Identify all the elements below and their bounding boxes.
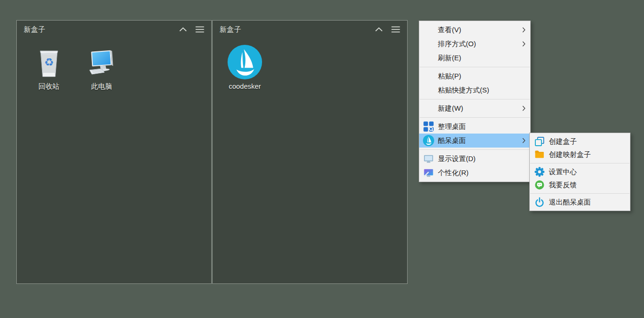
menu-item-view[interactable]: 查看(V) — [419, 23, 530, 37]
submenu-arrow-icon — [521, 106, 526, 111]
submenu-item-exit-coodesker[interactable]: 退出酷呆桌面 — [530, 196, 630, 209]
box-2-titlebar[interactable]: 新盒子 — [213, 21, 407, 38]
menu-item-refresh[interactable]: 刷新(E) — [419, 51, 530, 65]
box-1-titlebar[interactable]: 新盒子 — [17, 21, 211, 38]
box-title: 新盒子 — [220, 25, 367, 34]
menu-separator — [420, 149, 530, 150]
icon-label: coodesker — [229, 82, 261, 90]
submenu-item-feedback[interactable]: 我要反馈 — [530, 178, 630, 191]
icon-label: 回收站 — [39, 82, 60, 91]
coodesker-sailboat-icon — [419, 135, 438, 146]
svg-text:♻: ♻ — [44, 56, 54, 68]
icon-label: 此电脑 — [91, 82, 112, 91]
submenu-arrow-icon — [521, 27, 526, 33]
folder-icon — [530, 149, 549, 160]
menu-item-new[interactable]: 新建(W) — [419, 101, 530, 115]
menu-item-paste[interactable]: 粘贴(P) — [419, 69, 530, 83]
desktop-context-menu: 查看(V) 排序方式(O) 刷新(E) 粘贴(P) 粘贴快捷方式(S) 新建(W… — [419, 21, 531, 182]
desktop[interactable]: { "colors": { "desktop_bg": "#535e55", "… — [0, 0, 644, 318]
box-title: 新盒子 — [24, 25, 171, 34]
create-box-icon — [530, 136, 549, 147]
collapse-chevron-up-icon[interactable] — [374, 24, 384, 35]
coodesker-sailboat-icon — [228, 44, 262, 79]
desktop-box-1: 新盒子 ♻ 回收站 — [16, 20, 212, 284]
submenu-arrow-icon — [521, 138, 526, 143]
submenu-item-create-box[interactable]: 创建盒子 — [530, 135, 630, 148]
menu-item-organize-desktop[interactable]: 整理桌面 — [419, 120, 530, 134]
menu-separator — [530, 193, 630, 194]
menu-item-display-settings[interactable]: 显示设置(D) — [419, 152, 530, 166]
organize-desktop-icon — [419, 121, 438, 132]
feedback-chat-icon — [530, 180, 549, 190]
this-pc-icon — [85, 44, 118, 79]
submenu-arrow-icon — [521, 41, 526, 47]
menu-separator — [530, 163, 630, 163]
submenu-item-create-mapped-box[interactable]: 创建映射盒子 — [530, 148, 630, 161]
desktop-box-2: 新盒子 coodesker — [212, 20, 408, 284]
coodesker-submenu: 创建盒子 创建映射盒子 设置中心 — [529, 133, 630, 211]
submenu-item-settings-center[interactable]: 设置中心 — [530, 165, 630, 178]
box-menu-hamburger-icon[interactable] — [194, 24, 205, 35]
display-settings-icon — [419, 153, 438, 164]
menu-separator — [420, 117, 530, 118]
menu-separator — [420, 67, 530, 67]
box-menu-hamburger-icon[interactable] — [390, 24, 401, 35]
menu-separator — [420, 99, 530, 99]
power-icon — [530, 197, 549, 207]
menu-item-personalize[interactable]: 个性化(R) — [419, 166, 530, 180]
personalize-icon — [419, 167, 438, 178]
desktop-icon-coodesker[interactable]: coodesker — [221, 44, 269, 90]
menu-item-paste-shortcut[interactable]: 粘贴快捷方式(S) — [419, 83, 530, 97]
menu-item-coodesker[interactable]: 酷呆桌面 — [419, 134, 530, 148]
desktop-icon-this-pc[interactable]: 此电脑 — [77, 44, 126, 91]
desktop-icon-recycle-bin[interactable]: ♻ 回收站 — [25, 44, 73, 91]
collapse-chevron-up-icon[interactable] — [178, 24, 188, 35]
gear-icon — [530, 167, 549, 177]
recycle-bin-icon: ♻ — [34, 44, 64, 79]
menu-item-sort-by[interactable]: 排序方式(O) — [419, 37, 530, 51]
